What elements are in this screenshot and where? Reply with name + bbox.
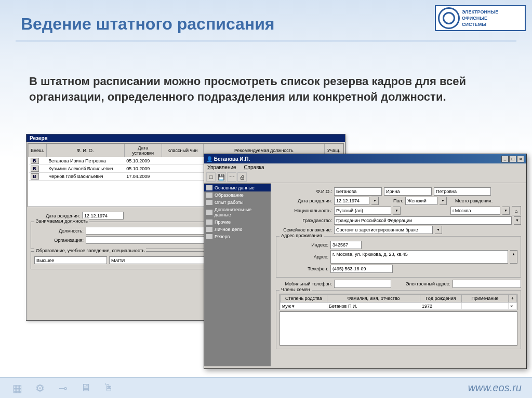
footer-icon-2: ⚙: [33, 381, 47, 395]
logo-line1: ЭЛЕКТРОННЫЕ: [462, 9, 498, 15]
ext-button[interactable]: В: [31, 173, 39, 180]
chevron-down-icon[interactable]: ▼: [393, 207, 401, 215]
detail-title: Бетанова И.П.: [214, 156, 250, 162]
folder-icon: [206, 193, 212, 198]
nav-education[interactable]: Образование: [204, 191, 271, 199]
folder-icon: [206, 234, 212, 239]
folder-icon: [206, 227, 212, 232]
index-field[interactable]: 342567: [330, 241, 362, 249]
middlename-field[interactable]: Петровна: [434, 187, 491, 196]
nav-experience[interactable]: Опыт работы: [204, 199, 271, 206]
menu-help[interactable]: Справка: [244, 164, 264, 170]
add-row-icon[interactable]: +: [509, 295, 517, 303]
addr-field[interactable]: г. Москва, ул. Крюкова, д. 23, кв.45: [330, 250, 508, 264]
family-blank-area: [280, 311, 517, 346]
cell-date: 05.10.2009: [124, 165, 162, 173]
col-fio[interactable]: Ф. И. О.: [46, 144, 124, 157]
slide-footer: ▦ ⚙ ⊸ 🖥 🖱 www.eos.ru: [0, 377, 532, 398]
col-note[interactable]: Примечание: [462, 295, 509, 303]
family-group-label: Члены семян: [280, 287, 312, 292]
col-fam-fio[interactable]: Фамилия, имя, отчество: [327, 295, 420, 303]
fio-label: Ф.И.О.:: [276, 189, 332, 194]
firstname-field[interactable]: Ирина: [384, 187, 432, 196]
nav-other[interactable]: Прочие: [204, 218, 271, 226]
sex-label: Пол:: [393, 198, 403, 203]
print-button[interactable]: 🖨: [237, 172, 247, 182]
chevron-down-icon[interactable]: ▼: [502, 207, 510, 215]
chevron-down-icon[interactable]: ▼: [371, 197, 379, 205]
save-button[interactable]: 💾: [217, 172, 226, 182]
menu-bar: УУправлениеправление Справка: [204, 163, 526, 171]
addr-label: Адрес:: [280, 254, 328, 259]
chevron-down-icon[interactable]: ▼: [440, 197, 447, 205]
birthplace-label: Место рождения:: [455, 198, 493, 203]
cell-fio: Чернов Глеб Васильевич: [46, 173, 124, 181]
col-year[interactable]: Год рождения: [420, 295, 462, 303]
mobile-field[interactable]: [334, 280, 391, 288]
table-row[interactable]: муж ▾ Бетанов П.И. 1972 ×: [281, 303, 517, 310]
nat-label: Национальность:: [276, 208, 332, 213]
new-button[interactable]: □: [206, 172, 216, 182]
nav-personal-file[interactable]: Личное дело: [204, 226, 271, 233]
email-label: Электронный адрес:: [406, 281, 450, 286]
logo-line2: ОФИСНЫЕ: [462, 15, 498, 21]
minimize-button[interactable]: _: [501, 156, 509, 162]
cell-date: 17.04.2009: [124, 173, 162, 181]
family-table[interactable]: Степень родства Фамилия, имя, отчество Г…: [280, 294, 517, 310]
address-group-label: Адрес проживания: [280, 233, 324, 238]
col-relation[interactable]: Степень родства: [281, 295, 327, 303]
mobile-label: Мобильный телефон:: [276, 281, 332, 286]
sex-field[interactable]: Женский: [405, 197, 437, 205]
logo-icon: [438, 7, 460, 29]
email-field[interactable]: [453, 280, 521, 288]
marital-field[interactable]: Состоит в зарегистрированном браке: [334, 226, 433, 234]
org-label: Организация:: [34, 238, 84, 243]
logo-line3: СИСТЕМЫ: [462, 21, 498, 28]
reserve-titlebar: Резерв: [26, 134, 345, 142]
position-label: Должность:: [34, 228, 84, 234]
delete-row-icon[interactable]: ×: [509, 303, 517, 310]
menu-manage[interactable]: УУправлениеправление: [207, 164, 236, 170]
marital-label: Семейное положение:: [276, 227, 332, 232]
footer-icon-4: 🖥: [79, 381, 92, 395]
footer-icon-1: ▦: [10, 381, 24, 395]
home-icon[interactable]: ⌂: [512, 206, 521, 215]
ext-button[interactable]: В: [31, 166, 39, 172]
folder-icon: [206, 210, 212, 215]
app-icon: 👤: [206, 156, 212, 162]
edu-degree-field[interactable]: Высшее: [34, 256, 107, 264]
cit-label: Гражданство:: [276, 218, 332, 223]
folder-icon: [206, 200, 212, 205]
slide-title: Ведение штатного расписания: [21, 15, 275, 34]
nav-additional[interactable]: Дополнительные данные: [204, 206, 271, 218]
logo: ЭЛЕКТРОННЫЕ ОФИСНЫЕ СИСТЕМЫ: [435, 5, 526, 31]
close-button[interactable]: ×: [517, 156, 524, 162]
ext-button[interactable]: В: [31, 158, 39, 164]
col-date[interactable]: Дата установки: [124, 144, 162, 157]
footer-icon-3: ⊸: [56, 381, 70, 395]
col-ext[interactable]: Внеш.: [29, 144, 47, 157]
nat-field[interactable]: Русский (ая): [334, 207, 391, 215]
side-nav: Основные данные Образование Опыт работы …: [204, 183, 271, 366]
browse-button[interactable]: ⋯: [227, 172, 236, 182]
maximize-button[interactable]: □: [509, 156, 516, 162]
chevron-down-icon[interactable]: ▼: [514, 216, 521, 225]
phone-label: Телефон:: [280, 266, 328, 271]
footer-url: www.eos.ru: [468, 382, 522, 394]
birthplace-field[interactable]: г.Москва: [450, 207, 500, 215]
phone-field[interactable]: (495) 563-18-09: [330, 265, 393, 273]
nav-reserve[interactable]: Резерв: [204, 233, 271, 240]
detail-titlebar[interactable]: 👤 Бетанова И.П. _ □ ×: [204, 154, 526, 163]
cell-year: 1972: [420, 303, 462, 310]
lastname-field[interactable]: Бетанова: [334, 187, 382, 196]
nav-main-data[interactable]: Основные данные: [204, 184, 271, 191]
scroll-icon[interactable]: ▲: [510, 250, 517, 264]
chevron-down-icon[interactable]: ▼: [435, 226, 442, 234]
dob-field[interactable]: 12.12.1974: [334, 197, 369, 205]
cell-rel: муж: [282, 304, 291, 309]
index-label: Индекс:: [280, 242, 328, 248]
col-rank[interactable]: Классный чин: [162, 144, 203, 157]
title-divider: [16, 40, 516, 42]
cit-field[interactable]: Гражданин Российской Федерации: [334, 216, 512, 225]
position-group-label: Занимаемая должность: [34, 218, 89, 224]
